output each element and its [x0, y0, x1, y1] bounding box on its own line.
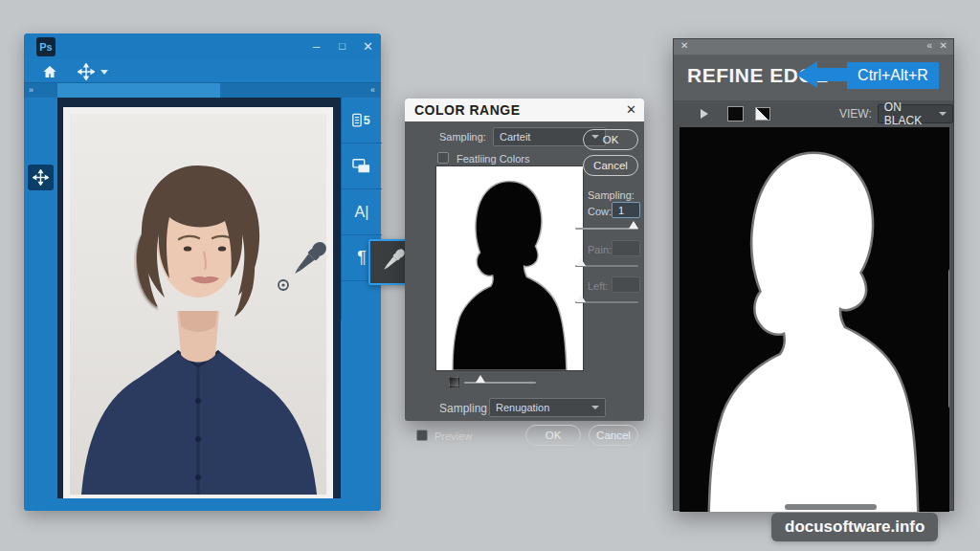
- maximize-button[interactable]: □: [329, 33, 355, 59]
- ps-titlebar[interactable]: Ps – □ ✕: [24, 33, 381, 59]
- cow-input[interactable]: 1: [612, 202, 640, 218]
- cursor-arrow-icon[interactable]: [701, 109, 708, 119]
- mask-preview: [435, 165, 584, 371]
- preview-slider[interactable]: [464, 382, 536, 384]
- move-tool-icon[interactable]: [78, 63, 95, 80]
- layers-icon: [351, 158, 372, 175]
- preview-checkbox[interactable]: [416, 430, 428, 441]
- pain-label: Pain:: [588, 244, 612, 255]
- ps-window-bottom: [24, 498, 381, 511]
- arrow-shaft: [817, 68, 848, 81]
- refine-edge-header: REFINE EDGE Ctrl+Alt+R: [674, 55, 953, 100]
- chevron-down-icon: [591, 406, 599, 409]
- left-input[interactable]: [612, 276, 640, 293]
- left-slider-thumb[interactable]: [576, 295, 586, 302]
- cancel-button[interactable]: Cancel: [589, 425, 638, 446]
- eyedropper-cursor-icon: [276, 237, 331, 293]
- sampling-dropdown-value: Carteit: [500, 131, 530, 143]
- move-tool-button[interactable]: [28, 165, 54, 190]
- panel-collapse-icon[interactable]: «: [926, 40, 932, 51]
- close-button[interactable]: ✕: [355, 33, 381, 59]
- photo-document: [63, 107, 333, 501]
- sampling2-dropdown-value: Renugation: [496, 402, 549, 413]
- feathering-checkbox[interactable]: [437, 152, 449, 164]
- home-icon[interactable]: [41, 63, 58, 80]
- history-panel-button[interactable]: 5: [342, 98, 382, 143]
- minimize-button[interactable]: –: [303, 33, 329, 59]
- photoshop-logo: Ps: [36, 37, 56, 56]
- color-range-dialog: COLOR RANGE ✕ Sampling: Carteit Featliin…: [405, 99, 644, 421]
- dialog-close-icon[interactable]: ✕: [626, 99, 636, 121]
- pain-input[interactable]: [612, 240, 640, 256]
- paragraph-icon: ¶: [357, 248, 367, 268]
- panel-dock: 5 A| ¶: [341, 98, 381, 320]
- tool-preset-chevron-icon[interactable]: [100, 70, 108, 75]
- chevrons-left-icon[interactable]: »: [29, 83, 33, 98]
- view-dropdown[interactable]: ON BLACK: [878, 104, 953, 123]
- horizontal-scrollbar[interactable]: [785, 504, 877, 510]
- mask-silhouette-black: [436, 166, 583, 370]
- mask-silhouette-white: [679, 127, 949, 512]
- sampling2-dropdown[interactable]: Renugation: [489, 398, 606, 417]
- type-tool-icon: A|: [355, 204, 369, 221]
- black-swatch[interactable]: [727, 106, 744, 121]
- left-label: Left:: [588, 280, 608, 292]
- refine-edge-panel: ✕ « ✕ REFINE EDGE Ctrl+Alt+R VIEW: ON BL…: [673, 38, 954, 511]
- left-slider[interactable]: [575, 301, 638, 303]
- cow-label: Cow:: [588, 206, 612, 217]
- woman-portrait-image: [70, 114, 326, 495]
- eyedropper-icon: [374, 245, 409, 279]
- view-dropdown-value: ON BLACK: [884, 100, 939, 127]
- portrait-photo[interactable]: [70, 114, 326, 495]
- pain-slider-thumb[interactable]: [576, 258, 586, 266]
- sampling2-label: Sampling: [439, 402, 487, 415]
- view-label: VIEW:: [839, 107, 872, 121]
- feathering-label: Featliing Colors: [457, 153, 529, 165]
- dialog-titlebar[interactable]: COLOR RANGE ✕: [405, 99, 644, 121]
- history-icon: 5: [351, 111, 372, 130]
- ok-button[interactable]: OK: [525, 425, 581, 446]
- cow-slider[interactable]: [575, 228, 638, 230]
- chevrons-right-icon[interactable]: «: [370, 83, 375, 98]
- document-tab[interactable]: [57, 83, 220, 98]
- cancel-button-right[interactable]: Cancel: [583, 155, 638, 176]
- shortcut-badge: Ctrl+Alt+R: [847, 62, 939, 89]
- tools-panel: [24, 98, 57, 498]
- refine-edge-toolbar: VIEW: ON BLACK: [674, 100, 953, 127]
- ps-options-bar: [24, 59, 381, 83]
- vertical-scrollbar[interactable]: [948, 269, 949, 408]
- fuzziness-gradient-icon: [449, 377, 459, 387]
- sampling-label: Sampling:: [439, 131, 486, 143]
- panel-close-icon-right[interactable]: ✕: [940, 40, 947, 51]
- history-digit: 5: [364, 114, 370, 127]
- cow-slider-thumb[interactable]: [629, 221, 638, 229]
- pain-slider[interactable]: [575, 265, 638, 267]
- type-panel-button[interactable]: A|: [342, 189, 382, 235]
- preview-slider-thumb[interactable]: [476, 375, 485, 383]
- dialog-title: COLOR RANGE: [414, 102, 521, 118]
- move-tool-icon: [33, 169, 49, 186]
- watermark-badge: docusoftware.info: [771, 513, 938, 541]
- layers-panel-button[interactable]: [342, 143, 382, 189]
- refine-edge-preview[interactable]: [679, 127, 949, 512]
- panel-close-icon[interactable]: ✕: [680, 40, 688, 51]
- arrow-left-icon: [796, 61, 817, 88]
- preview-label: Preview: [434, 430, 472, 442]
- contrast-swatch[interactable]: [755, 107, 770, 121]
- ok-button-right[interactable]: OK: [583, 129, 638, 150]
- chevron-down-icon: [939, 112, 947, 116]
- refine-edge-topbar: ✕ « ✕: [674, 39, 953, 55]
- sampling-header-label: Sampling:: [588, 189, 635, 201]
